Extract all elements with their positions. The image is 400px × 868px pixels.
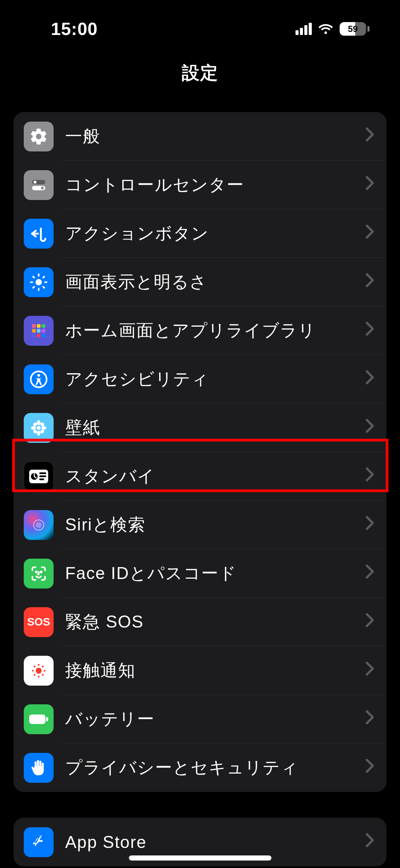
row-label: アクセシビリティ xyxy=(65,368,365,391)
settings-row-standby[interactable]: スタンバイ xyxy=(14,452,386,501)
chevron-right-icon xyxy=(365,418,374,437)
svg-rect-17 xyxy=(37,329,41,332)
settings-row-control-center[interactable]: コントロールセンター xyxy=(14,161,386,209)
svg-point-23 xyxy=(37,374,40,377)
svg-line-7 xyxy=(33,276,34,277)
settings-row-general[interactable]: 一般 xyxy=(14,112,386,161)
svg-point-45 xyxy=(32,670,34,671)
cellular-signal-icon xyxy=(296,23,312,35)
action-button-icon xyxy=(24,219,54,249)
settings-row-privacy[interactable]: プライバシーとセキュリティ xyxy=(14,743,386,792)
svg-rect-21 xyxy=(42,333,45,337)
row-label: 緊急 SOS xyxy=(65,611,365,633)
accessibility-icon xyxy=(24,364,54,394)
svg-rect-13 xyxy=(32,324,36,328)
svg-point-46 xyxy=(44,670,45,671)
row-label: 接触通知 xyxy=(65,659,365,682)
chevron-right-icon xyxy=(365,176,374,194)
chevron-right-icon xyxy=(365,321,374,340)
svg-rect-16 xyxy=(32,329,36,332)
row-label: Face IDとパスコード xyxy=(65,562,365,585)
row-label: ホーム画面とアプリライブラリ xyxy=(65,319,365,342)
svg-point-42 xyxy=(36,668,41,673)
svg-point-50 xyxy=(42,674,44,675)
row-label: 一般 xyxy=(65,125,365,148)
svg-rect-18 xyxy=(42,329,45,332)
chevron-right-icon xyxy=(365,564,374,583)
svg-point-25 xyxy=(37,420,40,425)
gear-icon xyxy=(24,122,54,151)
svg-rect-51 xyxy=(29,715,45,724)
svg-point-3 xyxy=(41,186,44,189)
status-indicators: 59 xyxy=(296,22,369,36)
battery-icon xyxy=(24,704,54,734)
svg-line-12 xyxy=(43,276,44,277)
settings-row-faceid[interactable]: Face IDとパスコード xyxy=(14,549,386,598)
settings-row-exposure[interactable]: 接触通知 xyxy=(14,646,386,695)
toggles-icon xyxy=(24,170,54,200)
svg-rect-52 xyxy=(46,717,48,721)
chevron-right-icon xyxy=(365,516,374,534)
chevron-right-icon xyxy=(365,127,374,146)
row-label: 画面表示と明るさ xyxy=(65,271,365,293)
wifi-icon xyxy=(318,22,334,36)
chevron-right-icon xyxy=(365,467,374,486)
settings-row-wallpaper[interactable]: 壁紙 xyxy=(14,403,386,452)
page-title: 設定 xyxy=(0,61,400,85)
svg-point-43 xyxy=(38,664,39,666)
settings-section-main: 一般 コントロールセンター アクションボタン 画面表示と明るさ xyxy=(14,112,386,792)
svg-point-26 xyxy=(37,430,40,435)
siri-icon xyxy=(24,510,54,540)
brightness-icon xyxy=(24,267,54,297)
svg-point-48 xyxy=(42,666,44,667)
svg-point-40 xyxy=(36,571,37,573)
settings-row-siri[interactable]: Siriと検索 xyxy=(14,501,386,549)
chevron-right-icon xyxy=(365,370,374,388)
svg-point-49 xyxy=(34,674,35,675)
svg-rect-37 xyxy=(39,478,44,480)
settings-row-action-button[interactable]: アクションボタン xyxy=(14,209,386,258)
home-indicator[interactable] xyxy=(129,855,271,861)
settings-row-accessibility[interactable]: アクセシビリティ xyxy=(14,355,386,403)
battery-percentage: 59 xyxy=(348,24,358,34)
sos-icon: SOS xyxy=(24,607,54,637)
svg-point-41 xyxy=(40,571,42,573)
chevron-right-icon xyxy=(365,710,374,728)
standby-icon xyxy=(24,462,54,491)
battery-indicator: 59 xyxy=(340,22,369,36)
settings-content[interactable]: 一般 コントロールセンター アクションボタン 画面表示と明るさ xyxy=(0,102,400,868)
svg-point-47 xyxy=(34,666,35,667)
row-label: 壁紙 xyxy=(65,416,365,439)
row-label: コントロールセンター xyxy=(65,174,365,196)
chevron-right-icon xyxy=(365,224,374,243)
appstore-icon xyxy=(24,827,54,857)
svg-rect-19 xyxy=(32,333,36,337)
row-label: アクションボタン xyxy=(65,222,365,245)
row-label: スタンバイ xyxy=(65,465,365,488)
chevron-right-icon xyxy=(365,273,374,291)
settings-row-battery[interactable]: バッテリー xyxy=(14,695,386,743)
svg-line-11 xyxy=(33,287,34,288)
chevron-right-icon xyxy=(365,613,374,631)
settings-row-home-screen[interactable]: ホーム画面とアプリライブラリ xyxy=(14,306,386,355)
svg-point-4 xyxy=(36,279,42,285)
row-label: プライバシーとセキュリティ xyxy=(65,756,365,779)
settings-row-display[interactable]: 画面表示と明るさ xyxy=(14,258,386,306)
chevron-right-icon xyxy=(365,758,374,777)
svg-point-39 xyxy=(36,522,42,528)
svg-rect-15 xyxy=(42,324,45,328)
status-time: 15:00 xyxy=(51,19,98,39)
status-bar: 15:00 59 xyxy=(0,0,400,48)
row-label: バッテリー xyxy=(65,708,365,730)
svg-rect-14 xyxy=(37,324,41,328)
row-label: Siriと検索 xyxy=(65,513,365,536)
svg-point-24 xyxy=(37,426,41,430)
svg-rect-20 xyxy=(37,333,41,337)
flower-icon xyxy=(24,413,54,443)
app-grid-icon xyxy=(24,316,54,346)
svg-rect-36 xyxy=(39,475,46,477)
navigation-bar: 設定 xyxy=(0,61,400,85)
settings-row-sos[interactable]: SOS 緊急 SOS xyxy=(14,598,386,646)
face-id-icon xyxy=(24,559,54,589)
chevron-right-icon xyxy=(365,661,374,680)
